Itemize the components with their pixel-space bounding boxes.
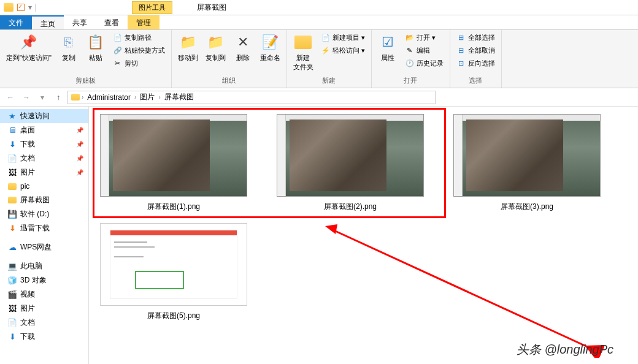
organize-group-label: 组织: [175, 75, 283, 86]
new-item-button[interactable]: 📄新建项目 ▾: [318, 31, 367, 44]
file-item[interactable]: 屏幕截图(3).png: [451, 112, 603, 214]
new-group-label: 新建: [291, 75, 367, 86]
file-name-label: 屏幕截图(2).png: [324, 202, 377, 212]
title-bar: ▾ | 图片工具 屏幕截图: [0, 0, 638, 15]
open-button[interactable]: 📂打开 ▾: [402, 31, 446, 44]
checkbox-icon[interactable]: [16, 2, 26, 12]
share-tab[interactable]: 共享: [64, 15, 96, 29]
file-name-label: 屏幕截图(3).png: [501, 202, 553, 212]
file-tab[interactable]: 文件: [0, 15, 32, 29]
history-dropdown-icon[interactable]: ▾: [36, 91, 49, 104]
pin-icon: 📌: [19, 32, 39, 52]
sidebar-item-videos[interactable]: 🎬视频: [0, 287, 88, 301]
pin-icon: 📌: [76, 155, 83, 162]
sidebar-item-3d-objects[interactable]: 🧊3D 对象: [0, 273, 88, 287]
folder-icon: [71, 93, 80, 102]
easy-access-button[interactable]: ⚡轻松访问 ▾: [318, 44, 367, 56]
thumbnail: [277, 114, 424, 197]
open-icon: 📂: [405, 32, 415, 42]
file-grid: 屏幕截图(1).png 屏幕截图(2).png 屏幕截图(3).png ▬▬▬▬…: [98, 112, 629, 324]
copy-path-icon: 📄: [113, 32, 123, 42]
sidebar-item-documents[interactable]: 📄文档📌: [0, 151, 88, 165]
chevron-right-icon[interactable]: ›: [80, 94, 85, 100]
pin-icon: 📌: [76, 169, 83, 176]
view-tab[interactable]: 查看: [96, 15, 128, 29]
crumb-administrator[interactable]: Administrator: [85, 92, 133, 103]
sidebar-item-quick-access[interactable]: ★快速访问: [0, 109, 88, 123]
crumb-screenshots[interactable]: 屏幕截图: [162, 91, 196, 104]
folder-icon: [7, 195, 17, 205]
cut-button[interactable]: ✂剪切: [110, 57, 167, 69]
copy-to-icon: 📁: [206, 32, 225, 52]
properties-icon: ☑: [378, 32, 398, 52]
forward-button[interactable]: →: [20, 91, 33, 104]
sidebar-item-pictures-2[interactable]: 🖼图片: [0, 301, 88, 316]
home-tab[interactable]: 主页: [32, 15, 64, 29]
document-icon: 📄: [7, 154, 17, 164]
file-item[interactable]: 屏幕截图(2).png: [274, 112, 426, 214]
thumbnail: [100, 114, 247, 197]
breadcrumb-bar[interactable]: › Administrator › 图片 › 屏幕截图: [67, 91, 436, 104]
sidebar-item-pic[interactable]: pic: [0, 180, 88, 193]
select-all-icon: ⊞: [456, 32, 466, 42]
edit-icon: ✎: [405, 45, 415, 55]
new-folder-button[interactable]: 新建 文件夹: [291, 31, 316, 73]
rename-button[interactable]: 📝 重命名: [258, 31, 283, 64]
folder-icon: [4, 2, 13, 12]
picture-icon: 🖼: [7, 304, 17, 314]
sidebar-item-downloads-2[interactable]: ⬇下载: [0, 330, 88, 344]
history-button[interactable]: 🕐历史记录: [402, 57, 446, 69]
sidebar-item-software-d[interactable]: 💾软件 (D:): [0, 207, 88, 221]
ribbon: 📌 定到"快速访问" ⎘ 复制 📋 粘贴 📄复制路径 🔗粘贴快捷方式 ✂剪切 剪…: [0, 30, 638, 88]
sidebar-item-desktop[interactable]: 🖥桌面📌: [0, 123, 88, 137]
picture-tools-context-tab[interactable]: 图片工具: [132, 1, 172, 14]
pc-icon: 💻: [7, 262, 17, 271]
star-icon: ★: [7, 112, 17, 121]
chevron-right-icon[interactable]: ›: [133, 94, 137, 100]
select-all-button[interactable]: ⊞全部选择: [454, 31, 498, 44]
properties-button[interactable]: ☑ 属性: [375, 31, 400, 64]
drive-icon: 💾: [7, 210, 17, 219]
sidebar-item-this-pc[interactable]: 💻此电脑: [0, 259, 88, 273]
paste-icon: 📋: [86, 32, 106, 52]
pin-icon: 📌: [76, 127, 83, 134]
xunlei-icon: ⬇: [7, 224, 17, 233]
move-to-button[interactable]: 📁 移动到: [175, 31, 201, 64]
desktop-icon: 🖥: [7, 126, 17, 135]
pin-button[interactable]: 📌 定到"快速访问": [4, 31, 54, 64]
invert-button[interactable]: ⊡反向选择: [454, 57, 498, 69]
file-name-label: 屏幕截图(1).png: [147, 202, 200, 212]
select-none-button[interactable]: ⊟全部取消: [454, 44, 498, 56]
paste-shortcut-button[interactable]: 🔗粘贴快捷方式: [110, 44, 167, 56]
file-view[interactable]: 屏幕截图(1).png 屏幕截图(2).png 屏幕截图(3).png ▬▬▬▬…: [89, 107, 638, 364]
download-icon: ⬇: [7, 332, 17, 342]
crumb-pictures[interactable]: 图片: [137, 91, 157, 104]
sidebar: ★快速访问 🖥桌面📌 ⬇下载📌 📄文档📌 🖼图片📌 pic 屏幕截图 💾软件 (…: [0, 107, 89, 364]
sidebar-item-downloads[interactable]: ⬇下载📌: [0, 137, 88, 151]
sidebar-item-wps[interactable]: ☁WPS网盘: [0, 240, 88, 254]
chevron-right-icon[interactable]: ›: [157, 94, 161, 100]
sidebar-item-documents-2[interactable]: 📄文档: [0, 316, 88, 330]
copy-button[interactable]: ⎘ 复制: [56, 31, 81, 64]
paste-button[interactable]: 📋 粘贴: [83, 31, 108, 64]
file-item[interactable]: ▬▬▬▬▬▬▬▬▬▬▬▬▬▬▬▬▬▬▬▬▬▬▬▬▬▬▬▬ 屏幕截图(5).png: [98, 221, 250, 324]
new-folder-icon: [293, 32, 313, 52]
copy-to-button[interactable]: 📁 复制到: [203, 31, 228, 64]
thumbnail: [453, 114, 601, 197]
copy-path-button[interactable]: 📄复制路径: [110, 31, 167, 44]
sidebar-item-pictures[interactable]: 🖼图片📌: [0, 165, 88, 180]
dropdown-icon[interactable]: ▾: [28, 3, 32, 12]
edit-button[interactable]: ✎编辑: [402, 44, 446, 56]
back-button[interactable]: ←: [4, 91, 17, 104]
delete-button[interactable]: ✕ 删除: [231, 31, 255, 64]
up-button[interactable]: ↑: [52, 91, 65, 104]
thumbnail: ▬▬▬▬▬▬▬▬▬▬▬▬▬▬▬▬▬▬▬▬▬▬▬▬▬▬▬▬: [100, 223, 247, 306]
file-item[interactable]: 屏幕截图(1).png: [98, 112, 250, 214]
manage-tab[interactable]: 管理: [128, 15, 160, 29]
main-content: ★快速访问 🖥桌面📌 ⬇下载📌 📄文档📌 🖼图片📌 pic 屏幕截图 💾软件 (…: [0, 107, 638, 364]
sidebar-item-xunlei[interactable]: ⬇迅雷下载: [0, 221, 88, 235]
delete-icon: ✕: [233, 32, 253, 52]
sidebar-item-screenshots[interactable]: 屏幕截图: [0, 193, 88, 207]
copy-icon: ⎘: [59, 32, 79, 52]
watermark: 头条 @longlingPc: [517, 341, 613, 358]
